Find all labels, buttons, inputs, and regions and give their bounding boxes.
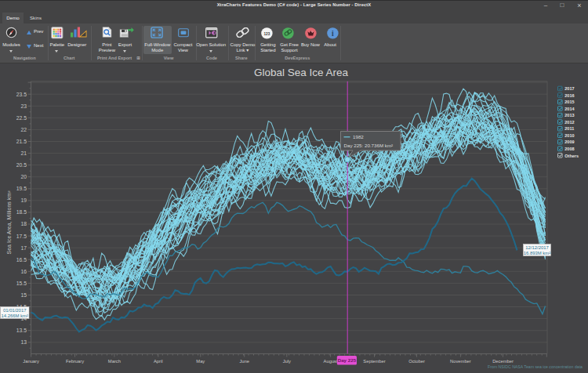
- svg-text:20: 20: [20, 174, 27, 179]
- svg-text:February: February: [66, 359, 84, 364]
- svg-text:20.5: 20.5: [16, 162, 27, 168]
- svg-text:January: January: [23, 359, 39, 364]
- svg-text:April: April: [154, 359, 163, 364]
- svg-text:22: 22: [20, 127, 27, 132]
- svg-text:1982: 1982: [353, 134, 364, 139]
- svg-text:21: 21: [20, 150, 27, 156]
- svg-text:18: 18: [20, 221, 27, 226]
- svg-text:23.5: 23.5: [16, 92, 27, 97]
- svg-text:2016: 2016: [564, 93, 574, 98]
- svg-text:17.5: 17.5: [16, 234, 27, 239]
- svg-text:November: November: [450, 359, 471, 364]
- svg-text:2012: 2012: [564, 120, 574, 125]
- svg-text:13.5: 13.5: [16, 328, 27, 333]
- svg-text:15.5: 15.5: [16, 281, 27, 286]
- svg-text:17: 17: [20, 245, 27, 251]
- svg-text:March: March: [108, 359, 121, 364]
- svg-text:2013: 2013: [564, 113, 574, 118]
- svg-text:2014: 2014: [564, 107, 575, 111]
- svg-text:14.266M km²: 14.266M km²: [2, 313, 28, 318]
- svg-text:19: 19: [20, 197, 27, 203]
- svg-text:12/12/2017: 12/12/2017: [525, 245, 548, 250]
- svg-text:13: 13: [20, 339, 27, 345]
- svg-text:June: June: [239, 359, 249, 364]
- svg-text:19.5: 19.5: [16, 186, 27, 191]
- svg-text:May: May: [196, 359, 205, 364]
- svg-text:22.5: 22.5: [16, 115, 27, 121]
- svg-text:18.5: 18.5: [16, 209, 27, 215]
- svg-text:July: July: [283, 359, 291, 364]
- svg-text:2009: 2009: [564, 139, 574, 144]
- svg-text:i: i: [332, 31, 334, 38]
- svg-text:15: 15: [20, 292, 27, 298]
- svg-text:2017: 2017: [564, 86, 574, 91]
- svg-text:2010: 2010: [564, 133, 574, 138]
- svg-text:August: August: [324, 359, 338, 364]
- svg-text:September: September: [363, 359, 385, 364]
- svg-text:2008: 2008: [564, 147, 574, 151]
- svg-text:16.893M km²: 16.893M km²: [524, 251, 550, 255]
- svg-text:From NSIDC NASA Team sea ice c: From NSIDC NASA Team sea ice concentrati…: [488, 364, 583, 369]
- svg-text:01/01/2017: 01/01/2017: [3, 308, 26, 313]
- svg-text:Day 225: Day 225: [338, 357, 357, 363]
- svg-text:December: December: [492, 359, 514, 364]
- svg-text:16: 16: [20, 269, 27, 274]
- svg-text:16.5: 16.5: [16, 257, 27, 263]
- svg-text:Day 225: 20.736M km²: Day 225: 20.736M km²: [344, 143, 394, 148]
- svg-text:October: October: [408, 359, 425, 364]
- svg-text:Sea Ice Area, Millions km²: Sea Ice Area, Millions km²: [6, 190, 12, 255]
- svg-text:Others: Others: [564, 154, 579, 158]
- svg-text:23: 23: [20, 103, 27, 109]
- svg-text:21.5: 21.5: [16, 139, 27, 144]
- svg-text:2015: 2015: [564, 100, 574, 104]
- svg-text:2011: 2011: [564, 126, 574, 131]
- svg-text:123: 123: [264, 32, 270, 36]
